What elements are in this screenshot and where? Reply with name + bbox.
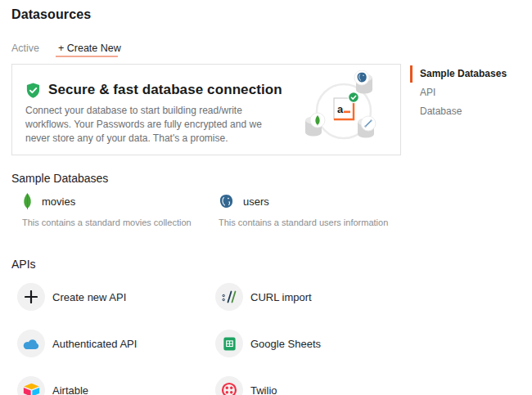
db-desc-users: This contains a standard users informati… xyxy=(219,218,403,227)
api-icon-circle xyxy=(17,283,45,311)
api-label: Airtable xyxy=(52,384,88,395)
banner-body: Connect your database to start building … xyxy=(25,104,266,146)
mongodb-icon xyxy=(22,193,33,209)
db-name-users: users xyxy=(243,195,269,208)
shield-check-icon xyxy=(25,83,41,98)
secure-connection-banner: Secure & fast database connection Connec… xyxy=(11,64,401,155)
api-item-authenticated-api[interactable]: Authenticated API xyxy=(17,330,137,357)
banner-title: Secure & fast database connection xyxy=(48,82,282,98)
tab-create-new[interactable]: + Create New xyxy=(58,43,121,54)
sample-databases-heading: Sample Databases xyxy=(11,172,108,185)
active-tab-underline xyxy=(56,56,118,57)
apis-heading: APIs xyxy=(11,258,36,271)
airtable-icon xyxy=(23,383,40,395)
page-title: Datasources xyxy=(11,7,91,22)
cloud-icon xyxy=(22,338,40,350)
mongodb-mini-icon xyxy=(310,113,325,128)
db-name-movies: movies xyxy=(42,195,75,208)
svg-text:a: a xyxy=(337,103,344,115)
api-icon-circle xyxy=(215,330,243,357)
side-nav-api[interactable]: API xyxy=(420,87,435,98)
side-nav-sample-databases[interactable]: Sample Databases xyxy=(420,68,507,79)
api-label: CURL import xyxy=(250,291,312,303)
api-label: Twilio xyxy=(250,384,277,395)
database-connection-illustration: a xyxy=(304,70,387,150)
api-item-curl-import[interactable]: CURL import xyxy=(215,283,312,311)
api-icon-circle xyxy=(17,376,45,395)
api-icon-circle xyxy=(215,283,243,311)
plus-icon xyxy=(25,290,38,303)
api-icon-circle xyxy=(215,376,243,395)
twilio-icon xyxy=(221,382,237,395)
api-item-twilio[interactable]: Twilio xyxy=(215,376,277,395)
curl-icon xyxy=(221,289,237,305)
postgresql-mini-icon xyxy=(354,70,369,85)
api-label: Authenticated API xyxy=(52,338,137,350)
side-nav-active-indicator xyxy=(410,65,413,83)
api-label: Google Sheets xyxy=(250,338,321,350)
api-label: Create new API xyxy=(52,291,126,303)
verified-check-icon xyxy=(349,92,359,103)
sample-db-users[interactable]: users This contains a standard users inf… xyxy=(219,192,403,227)
datasources-page: { "header": { "title": "Datasources" }, … xyxy=(0,0,532,395)
rest-api-mini-icon xyxy=(361,116,376,131)
sample-db-movies[interactable]: movies This contains a standard movies c… xyxy=(22,192,206,227)
tab-active[interactable]: Active xyxy=(11,43,39,54)
api-icon-circle xyxy=(17,330,45,357)
api-item-create-new[interactable]: Create new API xyxy=(17,283,126,311)
api-item-google-sheets[interactable]: Google Sheets xyxy=(215,330,321,357)
google-sheets-icon xyxy=(222,336,237,352)
db-desc-movies: This contains a standard movies collecti… xyxy=(22,218,206,227)
api-item-airtable[interactable]: Airtable xyxy=(17,376,88,395)
postgresql-icon xyxy=(219,194,234,209)
side-nav-database[interactable]: Database xyxy=(420,105,462,117)
